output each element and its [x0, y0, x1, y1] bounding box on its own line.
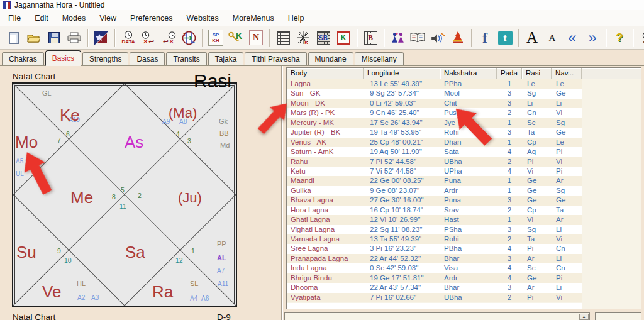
table-row[interactable]: Pranapada Lagna22 Ar 44' 52.32"Bhar3ArLi — [287, 254, 582, 263]
muhurta-audio-button[interactable] — [428, 28, 447, 48]
column-header-pada[interactable]: Pada — [497, 68, 522, 79]
table-cell-4: Ar — [522, 283, 552, 292]
table-row[interactable]: Gulika9 Ge 08' 23.07"Ardr1GeSg — [287, 186, 582, 196]
table-cell-0: Ghati Lagna — [287, 215, 364, 224]
tab-tithi-pravesha[interactable]: Tithi Pravesha — [245, 52, 306, 65]
menu-file[interactable]: File — [1, 12, 28, 25]
table-cell-1: 19 Ge 17' 51.81" — [364, 273, 440, 283]
new-document-button[interactable] — [4, 28, 23, 48]
panchanga-button[interactable] — [408, 28, 427, 48]
column-header-longitude[interactable]: Longitude — [364, 68, 440, 79]
column-header-navamsa[interactable]: Nav... — [552, 68, 582, 79]
tab-strengths[interactable]: Strengths — [82, 52, 128, 65]
homa-button[interactable] — [448, 28, 467, 48]
key-chart-button[interactable]: K — [226, 28, 245, 48]
table-row[interactable]: Lagna13 Le 55' 49.39"PPha1LeLe — [287, 79, 582, 89]
table-row[interactable]: Maandi22 Ge 00' 08.25"Puna1GeAr — [287, 176, 582, 185]
chart-label-mercury: Me — [70, 189, 93, 206]
menu-preferences[interactable]: Preferences — [123, 12, 179, 25]
table-row[interactable]: Saturn - AmK19 Aq 50' 11.90"Sata4AqPi — [287, 147, 582, 157]
table-row[interactable]: Mercury - MK17 Sc 26' 43.94"Jye1ScSg — [287, 118, 582, 128]
table-cell-2: Visa — [440, 263, 497, 273]
column-header-nakshatra[interactable]: Nakshatra — [440, 68, 497, 79]
k-chart-button[interactable]: K — [334, 28, 353, 48]
sb-button[interactable]: SB — [314, 28, 333, 48]
table-cell-0: Varnada Lagna — [287, 234, 364, 244]
table-row[interactable]: Bhrigu Bindu19 Ge 17' 51.81"Ardr4GePi — [287, 273, 582, 283]
svg-text:Z: Z — [192, 38, 195, 43]
chart-splash-button[interactable] — [92, 28, 111, 48]
facebook-button[interactable]: f — [475, 28, 494, 48]
table-row[interactable]: Jupiter (R) - BK19 Ta 49' 53.95"Rohi3TaG… — [287, 128, 582, 137]
table-cell-0: Hora Lagna — [287, 206, 364, 215]
menu-help[interactable]: Help — [281, 12, 311, 25]
table-row[interactable]: Varnada Lagna13 Ta 55' 49.39"Rohi2TaVi — [287, 234, 582, 244]
table-row[interactable]: Sun - GK9 Sg 23' 57.34"Mool3SgGe — [287, 89, 582, 98]
table-row[interactable]: Moon - DK0 Li 42' 59.03"Chit3LiLi — [287, 99, 582, 108]
time-redo-button[interactable]: ↩✕ — [159, 28, 178, 48]
table-row[interactable]: Indu Lagna0 Sc 42' 59.03"Visa4ScCn — [287, 263, 582, 273]
table-row[interactable]: Ghati Lagna12 Vi 10' 26.99"Hast1ViAr — [287, 215, 582, 224]
table-cell-3: 1 — [497, 215, 522, 224]
tab-miscellany[interactable]: Miscellany — [355, 52, 404, 65]
tab-dasas[interactable]: Dasas — [130, 52, 165, 65]
table-cell-3: 1 — [497, 186, 522, 196]
print-button[interactable] — [65, 28, 84, 48]
menu-view[interactable]: View — [92, 12, 123, 25]
table-row[interactable]: Vighati Lagna22 Sg 11' 08.23"PSha3SgLi — [287, 225, 582, 234]
table-row[interactable]: Mars (R) - PK9 Cn 46' 25.40"Push2CnVi — [287, 108, 582, 118]
table-cell-4: Sg — [522, 225, 552, 234]
twitter-button[interactable]: t — [496, 28, 514, 48]
notes-button[interactable]: N — [247, 28, 265, 48]
table-row[interactable]: Sree Lagna3 Pi 16' 23.23"PBha4PiCn — [287, 244, 582, 253]
table-cell-3: 2 — [497, 157, 522, 167]
menu-websites[interactable]: Websites — [180, 12, 226, 25]
font-decrease-button[interactable]: A — [543, 28, 562, 48]
timezone-button[interactable]: TZ — [179, 28, 198, 48]
menu-modes[interactable]: Modes — [55, 12, 93, 25]
table-row[interactable]: Rahu7 Pi 52' 44.58"UBha2PiVi — [287, 157, 582, 167]
help-button[interactable]: ? — [610, 28, 629, 48]
animation-rewind-button[interactable]: << — [637, 28, 644, 48]
star-chart-button[interactable]: K — [294, 28, 313, 48]
tab-basics[interactable]: Basics — [45, 50, 81, 66]
table-cell-4: Sc — [522, 118, 552, 128]
table-cell-4: Ge — [522, 176, 552, 185]
tab-chakras[interactable]: Chakras — [2, 52, 44, 65]
printer-icon — [67, 32, 81, 43]
table-cell-3: 3 — [497, 128, 522, 137]
help-icon: ? — [616, 31, 623, 45]
tab-transits[interactable]: Transits — [166, 52, 206, 65]
table-row[interactable]: Venus - AK25 Cp 48' 00.21"Dhan1CpLe — [287, 138, 582, 147]
compatibility-button[interactable]: ♥ — [388, 28, 407, 48]
scroll-up-button[interactable]: ▲ — [579, 314, 589, 320]
column-header-rasi[interactable]: Rasi — [522, 68, 552, 79]
varga-grid-button[interactable] — [274, 28, 292, 48]
table-row[interactable]: Dhooma22 Ar 43' 57.34"Bhar3ArLi — [287, 283, 582, 292]
save-button[interactable] — [45, 28, 64, 48]
table-cell-1: 7 Pi 16' 02.66" — [364, 293, 440, 302]
table-row[interactable]: Vyatipata7 Pi 16' 02.66"UBha2PiVi — [287, 293, 582, 302]
special-positions-button[interactable]: SP KH — [206, 28, 225, 48]
table-row[interactable]: Ketu7 Vi 52' 44.58"UPha4ViPi — [287, 167, 582, 176]
table-cell-1: 27 Ge 30' 16.00" — [364, 196, 440, 205]
font-increase-button[interactable]: A — [523, 28, 541, 48]
menu-edit[interactable]: Edit — [28, 12, 55, 25]
next-chart-button[interactable]: » — [583, 28, 602, 48]
bhava-grid-button[interactable]: B — [361, 28, 380, 48]
menu-moremenus[interactable]: MoreMenus — [226, 12, 281, 25]
open-file-button[interactable] — [25, 28, 43, 48]
table-row[interactable]: Bhava Lagna27 Ge 30' 16.00"Puna3GeGe — [287, 196, 582, 205]
time-undo-button[interactable]: ✕↩ — [139, 28, 158, 48]
table-cell-4: Li — [522, 99, 552, 108]
column-header-body[interactable]: Body — [287, 68, 364, 79]
tab-mundane[interactable]: Mundane — [308, 52, 353, 65]
table-cell-3: 1 — [497, 138, 522, 147]
previous-chart-button[interactable]: « — [563, 28, 582, 48]
table-row[interactable]: Hora Lagna16 Cp 10' 18.74"Srav2CpTa — [287, 206, 582, 215]
birth-data-button[interactable]: DATA — [119, 28, 138, 48]
toolbar-separator — [606, 29, 606, 47]
table-cell-0: Maandi — [287, 176, 364, 185]
chart-label-al: AL — [217, 255, 226, 262]
tab-tajaka[interactable]: Tajaka — [208, 52, 244, 65]
